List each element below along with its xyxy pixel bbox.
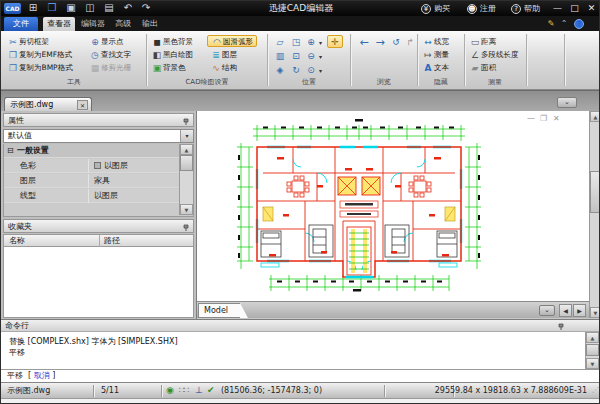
document-tab[interactable]: 示例图.dwg ✕ — [4, 97, 92, 112]
child-minimize-icon[interactable]: — — [527, 114, 535, 123]
collapse-minus-icon[interactable]: ⊟ — [7, 144, 14, 158]
measure-toggle[interactable]: ↦测量 — [422, 49, 449, 61]
preset-select[interactable]: 默认值 ▾ — [3, 129, 194, 143]
save-as-icon[interactable]: ◫ — [82, 1, 98, 15]
command-scrollbar[interactable]: ▲ ▼ — [585, 332, 599, 369]
scrollbar-thumb[interactable] — [586, 344, 599, 356]
child-close-icon[interactable]: ✕ — [553, 114, 560, 123]
resize-grip-icon[interactable]: ⋰ — [592, 383, 599, 399]
table-row[interactable]: 色彩 以图层 — [4, 159, 179, 173]
zoom-in-dropdown-icon[interactable]: ▾ — [317, 39, 324, 46]
ortho-icon[interactable]: ⊥ — [195, 383, 203, 399]
scroll-down-icon[interactable]: ▼ — [180, 204, 193, 215]
scroll-down-icon[interactable]: ▼ — [590, 307, 600, 318]
scroll-up-icon[interactable]: ▲ — [180, 144, 193, 155]
zoom-window-icon[interactable]: ▱ — [273, 36, 287, 49]
scroll-down-icon[interactable]: ▼ — [586, 358, 599, 369]
favorites-panel-header[interactable]: 收藏夹 — [3, 219, 194, 233]
line-width-toggle[interactable]: ↔线宽 — [422, 36, 449, 48]
view-3d-icon[interactable]: ◈ — [273, 64, 287, 77]
copy-bmp-button[interactable]: ❐复制为BMP格式 — [7, 62, 73, 74]
cancel-option[interactable]: 取消 — [34, 371, 50, 380]
view-undo-icon[interactable]: ↺ — [389, 36, 403, 49]
copy-view-icon[interactable]: ▥ — [273, 50, 287, 63]
zoom-extents-icon[interactable]: ⊡ — [289, 50, 303, 63]
layout-next-icon[interactable]: ▶ — [573, 304, 586, 317]
tab-viewer[interactable]: 查看器 — [43, 17, 75, 31]
open-file-icon[interactable]: ❐ — [44, 1, 60, 15]
new-document-icon[interactable]: ⊞ — [25, 1, 41, 15]
text-toggle[interactable]: A文本 — [422, 62, 449, 74]
close-button[interactable]: ✕ — [584, 1, 599, 15]
preset-dropdown-icon[interactable]: ▾ — [180, 130, 193, 142]
show-points-button[interactable]: ⊕显示点 — [89, 36, 124, 48]
favorites-col-name[interactable]: 名称 — [9, 235, 25, 247]
collapse-ribbon-icon[interactable]: ⌃ — [559, 18, 569, 30]
command-history[interactable]: 替换 [COMPLEX.shx] 字体为 [SIMPLEX.SHX] 平移 ▲ … — [1, 332, 600, 369]
tab-editor[interactable]: 编辑器 — [78, 17, 108, 31]
annotate-pencil-icon[interactable]: ✎ — [545, 18, 557, 30]
child-restore-icon[interactable]: ❐ — [540, 114, 547, 123]
bw-draw-button[interactable]: ◧黑白绘图 — [151, 49, 193, 61]
favorites-list[interactable] — [3, 247, 194, 318]
pan-icon[interactable]: ✛ — [327, 35, 343, 48]
document-close-icon[interactable]: ✕ — [77, 100, 88, 110]
model-tab[interactable]: Model — [198, 303, 240, 318]
floor-plan[interactable] — [197, 111, 589, 301]
bg-color-button[interactable]: ▣背景色 — [151, 62, 186, 74]
app-logo-icon[interactable]: CAD — [4, 3, 21, 14]
save-icon[interactable]: ▣ — [63, 1, 79, 15]
table-row[interactable]: 线型 以图层 — [4, 189, 179, 203]
table-row[interactable]: 图层 家具 — [4, 174, 179, 188]
scroll-up-icon[interactable]: ▲ — [586, 332, 599, 343]
print-icon[interactable]: ▤ — [101, 1, 117, 15]
zoom-out-dropdown-icon[interactable]: ▾ — [317, 53, 324, 60]
distance-button[interactable]: ▭距离 — [469, 36, 496, 48]
back-view-icon[interactable]: ← — [357, 36, 371, 49]
minimize-button[interactable]: — — [550, 1, 565, 15]
copy-emf-button[interactable]: ❐复制为EMF格式 — [7, 49, 72, 61]
help-button[interactable]: ? 帮助 — [511, 1, 540, 16]
forward-view-icon[interactable]: → — [373, 36, 387, 49]
cut-frame-button[interactable]: ✂剪切框架 — [7, 36, 49, 48]
strip-expand-chevron-icon[interactable]: ⌄ — [557, 97, 577, 108]
properties-scrollbar[interactable]: ▲ ▼ — [179, 144, 193, 215]
rotate-view-icon[interactable]: ↻ — [289, 64, 303, 77]
snap-grid-icon[interactable]: ∷∷ — [179, 383, 188, 399]
tab-file[interactable]: 文件 — [4, 17, 38, 31]
locate-marker-icon[interactable]: ◉ — [166, 383, 174, 399]
zoom-previous-dropdown-icon[interactable]: ▾ — [317, 67, 324, 74]
scroll-up-icon[interactable]: ▲ — [590, 111, 600, 122]
scrollbar-thumb[interactable] — [590, 171, 600, 213]
undo-icon[interactable]: ↶ — [120, 1, 136, 15]
register-button[interactable]: ☻ 注册 — [467, 1, 496, 16]
tab-advanced[interactable]: 高级 — [111, 17, 135, 31]
drawing-canvas[interactable]: — ❐ ✕ — [197, 111, 589, 301]
zoom-out-icon[interactable]: ⊖ — [304, 50, 318, 63]
layers-button[interactable]: ≣图层 — [210, 49, 237, 61]
structure-button[interactable]: ∿结构 — [210, 62, 237, 74]
properties-panel-header[interactable]: 属性 — [3, 113, 194, 127]
smooth-arc-button[interactable]: ◠圆滑弧形 — [207, 35, 257, 47]
command-panel-header[interactable]: 命令行 — [1, 319, 600, 332]
black-bg-button[interactable]: ◼黑色背景 — [151, 36, 193, 48]
maximize-button[interactable]: □ — [567, 1, 582, 15]
quick-help-icon[interactable]: ? — [573, 18, 585, 30]
tab-output[interactable]: 输出 — [138, 17, 162, 31]
command-input[interactable]: 平移 [ 取消 ] — [1, 369, 600, 382]
zoom-select-icon[interactable]: ◳ — [289, 36, 303, 49]
favorites-col-path[interactable]: 路径 — [104, 235, 120, 247]
polyline-length-button[interactable]: ∠多段线长度 — [469, 49, 519, 61]
draw-check-icon[interactable]: ✔ — [207, 383, 215, 399]
canvas-vertical-scrollbar[interactable]: ▲ ▼ — [589, 111, 600, 318]
scrollbar-thumb[interactable] — [180, 155, 193, 171]
redo-icon[interactable]: ↷ — [138, 1, 154, 15]
layout-list-chevron-icon[interactable]: ⌄ — [539, 305, 555, 316]
layout-prev-icon[interactable]: ◀ — [559, 304, 572, 317]
zoom-in-icon[interactable]: ⊕ — [304, 36, 318, 49]
area-button[interactable]: ▰面积 — [469, 62, 496, 74]
property-group-row[interactable]: ⊟ 一般设置 — [4, 144, 179, 158]
zoom-previous-icon[interactable]: ⊙ — [304, 64, 318, 77]
buy-button[interactable]: ¥ 购买 — [421, 1, 450, 16]
find-text-button[interactable]: ◷查找文字 — [89, 49, 131, 61]
